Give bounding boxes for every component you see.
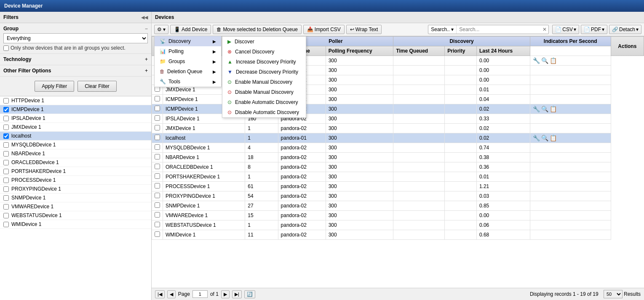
cell-poller-name: pandora-02	[278, 230, 326, 240]
collapse-filters-button[interactable]: ◀◀	[141, 15, 148, 20]
pdf-export-button[interactable]: 📄 PDF ▾	[581, 25, 607, 34]
row-checkbox[interactable]	[155, 222, 160, 227]
device-checkbox[interactable]	[3, 107, 9, 112]
device-list-item[interactable]: MYSQLDBDevice 1	[0, 141, 151, 149]
first-page-button[interactable]: |◀	[155, 290, 165, 298]
row-checkbox[interactable]	[155, 173, 160, 179]
dropdown-tools[interactable]: 🔧 Tools ▶	[155, 77, 221, 87]
discover-item[interactable]: ▶ Discover	[222, 37, 306, 47]
action-extra-icon[interactable]: 📋	[550, 57, 557, 64]
cell-actions	[530, 230, 611, 240]
search-clear-button[interactable]: ✕	[541, 26, 548, 33]
device-list-item[interactable]: WMIDevice 1	[0, 220, 151, 229]
row-checkbox[interactable]	[155, 193, 160, 198]
add-device-button[interactable]: 📱 Add Device	[170, 25, 211, 34]
device-list-item[interactable]: ICMPDevice 1	[0, 105, 151, 114]
action-extra-icon[interactable]: 📋	[550, 106, 557, 112]
enable-manual-discovery-item[interactable]: ⊙ Enable Manual Discovery	[222, 77, 306, 87]
device-list-item[interactable]: HTTPDevice 1	[0, 96, 151, 105]
action-search-icon[interactable]: 🔍	[541, 106, 548, 112]
device-checkbox[interactable]	[3, 142, 9, 148]
search-input[interactable]	[457, 25, 541, 34]
next-page-button[interactable]: ▶	[221, 290, 230, 298]
device-list-item[interactable]: ORACLEDBDevice 1	[0, 158, 151, 167]
enable-auto-discovery-item[interactable]: ⊙ Enable Automatic Discovery	[222, 97, 306, 107]
device-checkbox[interactable]	[3, 178, 9, 183]
device-list-item[interactable]: VMWAREDevice 1	[0, 202, 151, 211]
action-edit-icon[interactable]: 🔧	[533, 57, 540, 64]
technology-filter[interactable]: Technology +	[0, 54, 151, 65]
device-checkbox[interactable]	[3, 151, 9, 157]
cell-last-24h: 0.04	[476, 95, 530, 104]
wrap-text-button[interactable]: ↩ Wrap Text	[346, 25, 382, 34]
apply-filter-button[interactable]: Apply Filter	[35, 81, 74, 92]
cell-actions	[530, 182, 611, 191]
row-checkbox[interactable]	[155, 164, 160, 169]
row-checkbox[interactable]	[155, 154, 160, 159]
disable-auto-discovery-item[interactable]: ⊙ Disable Automatic Discovery	[222, 107, 306, 117]
row-checkbox[interactable]	[155, 135, 160, 140]
action-extra-icon[interactable]: 📋	[550, 135, 557, 141]
device-list-item[interactable]: SNMPDevice 1	[0, 194, 151, 202]
move-to-queue-button[interactable]: 🗑 Move selected to Deletion Queue	[213, 25, 301, 34]
dropdown-polling[interactable]: 📊 Polling ▶	[155, 46, 221, 56]
device-list-item[interactable]: IPSLADevice 1	[0, 114, 151, 123]
device-list-item[interactable]: JMXDevice 1	[0, 123, 151, 132]
device-list-item[interactable]: NBARDevice 1	[0, 149, 151, 158]
group-filter-expand[interactable]: –	[145, 26, 148, 32]
device-list-item[interactable]: localhost	[0, 132, 151, 141]
device-checkbox[interactable]	[3, 133, 9, 139]
per-page-select[interactable]: 50 100 200	[604, 290, 623, 298]
device-checkbox[interactable]	[3, 125, 9, 130]
action-edit-icon[interactable]: 🔧	[533, 135, 540, 141]
row-checkbox[interactable]	[155, 144, 160, 150]
decrease-priority-item[interactable]: ▼ Decrease Discovery Priority	[222, 67, 306, 77]
page-input[interactable]	[192, 290, 208, 298]
device-list-item[interactable]: WEBSTATUSDevice 1	[0, 211, 151, 220]
detach-button[interactable]: 🔗 Detach ▾	[609, 25, 641, 34]
prev-page-button[interactable]: ◀	[167, 290, 176, 298]
device-list-item[interactable]: PROCESSDevice 1	[0, 176, 151, 185]
dropdown-groups[interactable]: 📁 Groups ▶	[155, 56, 221, 66]
cell-time-queued	[393, 211, 445, 220]
search-dropdown-btn[interactable]: Search.. ▾	[428, 25, 457, 34]
row-checkbox[interactable]	[155, 125, 160, 130]
device-checkbox[interactable]	[3, 98, 9, 104]
action-search-icon[interactable]: 🔍	[541, 57, 548, 64]
csv-export-button[interactable]: 📄 CSV ▾	[552, 25, 579, 34]
dropdown-discovery[interactable]: 📡 Discovery ▶ ▶ Discover ⊗ Cancel Discov…	[155, 36, 221, 46]
row-checkbox[interactable]	[155, 183, 160, 188]
only-show-checkbox[interactable]	[3, 45, 9, 51]
title-bar: Device Manager	[0, 0, 644, 12]
device-checkbox[interactable]	[3, 195, 9, 201]
row-checkbox[interactable]	[155, 231, 160, 237]
only-show-checkbox-label[interactable]: Only show devices that are in all groups…	[3, 45, 148, 51]
row-checkbox[interactable]	[155, 96, 160, 101]
refresh-button[interactable]: 🔄	[244, 290, 255, 298]
device-checkbox[interactable]	[3, 222, 9, 227]
action-search-icon[interactable]: 🔍	[541, 135, 548, 141]
device-checkbox[interactable]	[3, 160, 9, 165]
device-checkbox[interactable]	[3, 169, 9, 174]
row-checkbox[interactable]	[155, 202, 160, 208]
other-filter[interactable]: Other Filter Options +	[0, 65, 151, 77]
device-list-item[interactable]: PORTSHAKERDevice 1	[0, 167, 151, 176]
import-csv-button[interactable]: 📥 Import CSV	[303, 25, 345, 34]
last-page-button[interactable]: ▶|	[232, 290, 242, 298]
group-select[interactable]: Everything Group A Group B	[3, 33, 148, 43]
clear-filter-button[interactable]: Clear Filter	[77, 81, 117, 92]
row-checkbox[interactable]	[155, 115, 160, 121]
settings-button[interactable]: ⚙ ▾	[154, 25, 168, 34]
cancel-discovery-item[interactable]: ⊗ Cancel Discovery	[222, 47, 306, 57]
device-checkbox[interactable]	[3, 213, 9, 218]
action-edit-icon[interactable]: 🔧	[533, 106, 540, 112]
dropdown-deletion-queue[interactable]: 🗑 Deletion Queue ▶	[155, 66, 221, 77]
device-list-item[interactable]: PROXYPINGDevice 1	[0, 185, 151, 194]
increase-priority-item[interactable]: ▲ Increase Discovery Priority	[222, 57, 306, 67]
device-checkbox[interactable]	[3, 116, 9, 121]
device-checkbox[interactable]	[3, 186, 9, 192]
disable-manual-discovery-item[interactable]: ⊙ Disable Manual Discovery	[222, 87, 306, 97]
row-checkbox[interactable]	[155, 212, 160, 218]
device-checkbox[interactable]	[3, 204, 9, 210]
row-checkbox[interactable]	[155, 106, 160, 111]
